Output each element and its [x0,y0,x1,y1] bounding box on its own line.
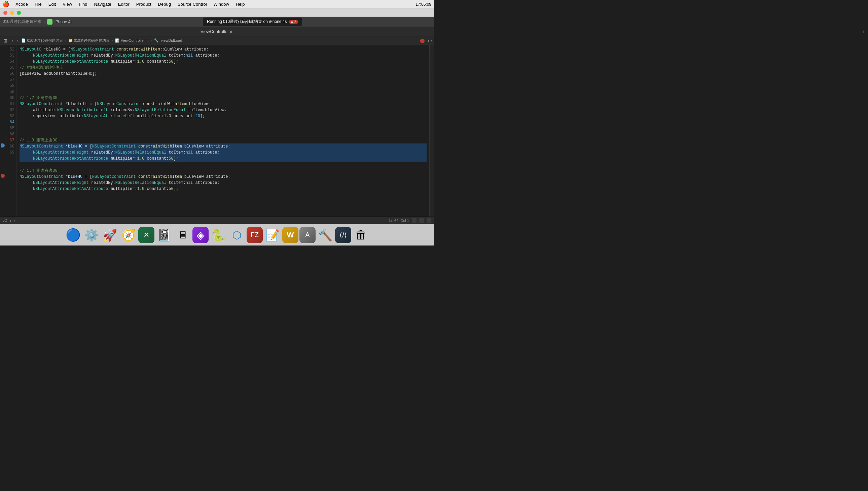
assistant-toggle[interactable] [419,218,424,223]
warning-67[interactable] [1,174,5,178]
breadcrumb-method[interactable]: 🔧 -viewDidLoad [154,38,182,42]
menubar-file[interactable]: File [32,1,44,7]
forward-button[interactable]: › [16,37,20,44]
dock-app7[interactable]: ◈ [192,227,209,243]
issue-nav-prev[interactable]: ‹ [10,219,11,223]
code-line-68 [20,192,427,198]
close-button[interactable] [3,11,7,15]
minimize-button[interactable] [10,11,14,15]
code-editor[interactable]: NSLayoutC *blueHC = [NSLayoutConstraint … [17,45,429,216]
running-tab[interactable]: Running 010通过代码创建约束 on iPhone 4s ● 2 [203,18,302,26]
clock: 17:06:09 [415,2,431,7]
back-project-label[interactable]: 010通过代码创建约束 [3,19,42,25]
menubar-edit[interactable]: Edit [46,1,59,7]
menubar-help[interactable]: Help [233,1,248,7]
code-line-64: NSLayoutConstraint *blueHC = [NSLayoutCo… [20,143,427,149]
menubar-window[interactable]: Window [211,1,232,7]
file-title: ViewController.m [3,29,431,34]
code-line-69 [20,198,427,204]
dock-safari[interactable]: 🧭 [120,226,137,244]
nav-next-issue[interactable]: › [431,38,432,43]
secondary-toolbar: ⊞ ‹ › 📄 010通过代码创建约束 › 📁 010通过代码创建约束 › 📝 … [0,36,434,45]
code-line-67b: NSLayoutAttributeHeight relatedBy:NSLayo… [20,180,427,186]
scroll-bar[interactable] [429,45,434,216]
code-line-59c: superview attribute:NSLayoutAttributeLef… [20,113,427,119]
statusbar: ⎇ ‹ › Ln 64, Col 1 [0,216,434,224]
editor-container: 52 53 54 55 56 57 58 59 60 61 62 63 64 6… [0,45,434,216]
menubar-product[interactable]: Product [133,1,154,7]
menubar-xcode[interactable]: Xcode [13,1,31,7]
code-line-62 [20,131,427,137]
error-badge: ● 2 [289,20,299,24]
code-line-56 [20,83,427,89]
code-line-54: [blueView addConstraint:blueHC]; [20,71,427,77]
issue-nav-next[interactable]: › [14,219,15,223]
scroll-thumb[interactable] [432,59,432,69]
dock-excel[interactable]: ✕ [138,227,154,243]
dock-sysprefs[interactable]: ⚙️ [83,226,100,244]
dock-app17[interactable]: 🗑 [352,226,370,244]
code-line-60 [20,119,427,125]
menubar: 🍎 Xcode File Edit View Find Navigate Edi… [0,0,434,9]
code-line-65 [20,162,427,168]
dock-pythonista[interactable]: 🐍 [210,226,227,244]
file-header: ViewController.m + [0,27,434,36]
dock-w-app[interactable]: W [282,227,299,243]
menubar-editor[interactable]: Editor [115,1,132,7]
inspector-toggle[interactable] [427,218,431,223]
code-line-59b: attribute:NSLayoutAttributeLeft relatedB… [20,107,427,113]
code-line-52b: NSLayoutAttributeHeight relatedBy:NSLayo… [20,53,427,59]
line-numbers: 52 53 54 55 56 57 58 59 60 61 62 63 64 6… [5,45,17,216]
apple-menu[interactable]: 🍎 [3,1,9,7]
dock-sourcetree[interactable]: ⬡ [228,226,246,244]
code-line-58: // 1.2 距离左边30 [20,95,427,101]
code-line-64c: NSLayoutAttributeNotAnAttribute multipli… [20,155,427,162]
error-indicator[interactable]: ⬤ [420,38,425,43]
code-line-55 [20,77,427,83]
code-line-67c: NSLayoutAttributeNotAnAttribute multipli… [20,186,427,192]
running-tab-label: Running 010通过代码创建约束 on iPhone 4s [207,19,287,25]
dock-app15[interactable]: 🔨 [317,226,334,244]
dock-app16[interactable]: ⟨/⟩ [335,227,351,243]
code-line-67: NSLayoutConstraint *blueHC = [NSLayoutCo… [20,174,427,180]
dock-launchpad[interactable]: 🚀 [101,226,119,244]
back-button[interactable]: ‹ [10,37,14,44]
code-line-63: // 1.3 距离上边30 [20,137,427,143]
nav-prev-issue[interactable]: ‹ [428,38,429,43]
menubar-source-control[interactable]: Source Control [175,1,210,7]
tabbar: 010通过代码创建约束 › iPhone 4s Running 010通过代码创… [0,17,434,27]
menubar-debug[interactable]: Debug [155,1,174,7]
dock: 🔵 ⚙️ 🚀 🧭 ✕ 📓 🖥 ◈ 🐍 ⬡ FZ 📝 W A 🔨 ⟨/⟩ 🗑 [0,224,434,246]
menubar-navigate[interactable]: Navigate [91,1,114,7]
dock-terminal[interactable]: 🖥 [174,226,191,244]
code-line-57 [20,89,427,95]
dock-word[interactable]: 📝 [264,226,281,244]
code-line-52c: NSLayoutAttributeNotAnAttribute multipli… [20,59,427,65]
code-line-66: // 1.4 距离右边30 [20,168,427,174]
breadcrumb-project[interactable]: 📄 010通过代码创建约束 [21,38,63,42]
menubar-find[interactable]: Find [76,1,90,7]
code-line-61 [20,125,427,131]
dock-finder[interactable]: 🔵 [64,226,82,244]
breakpoint-gutter [0,45,5,216]
device-label: iPhone 4s [55,20,72,24]
dock-onenote[interactable]: 📓 [155,226,173,244]
breakpoint-64[interactable] [1,143,5,147]
code-line-59: NSLayoutConstraint *blueLeft = [NSLayout… [20,101,427,107]
code-line-52: NSLayoutC *blueHC = [NSLayoutConstraint … [20,47,427,53]
code-line-64b: NSLayoutAttributeHeight relatedBy:NSLayo… [20,149,427,155]
breadcrumb-folder[interactable]: 📁 010通过代码创建约束 [68,38,110,42]
source-control-status[interactable]: ⎇ [3,218,7,223]
maximize-button[interactable] [17,11,21,15]
dock-app14[interactable]: A [300,227,316,243]
code-line-53: // 把约束添加到控件上 [20,65,427,71]
layout-toggle[interactable] [412,218,416,223]
breadcrumb: 📄 010通过代码创建约束 › 📁 010通过代码创建约束 › 📝 ViewCo… [21,38,182,43]
cursor-position: Ln 64, Col 1 [389,219,409,223]
toolbar-grid-button[interactable]: ⊞ [2,37,9,44]
dock-filezilla[interactable]: FZ [247,227,263,243]
xcode-toolbar [0,9,434,17]
breadcrumb-file[interactable]: 📝 ViewController.m [115,38,149,42]
menubar-view[interactable]: View [60,1,75,7]
